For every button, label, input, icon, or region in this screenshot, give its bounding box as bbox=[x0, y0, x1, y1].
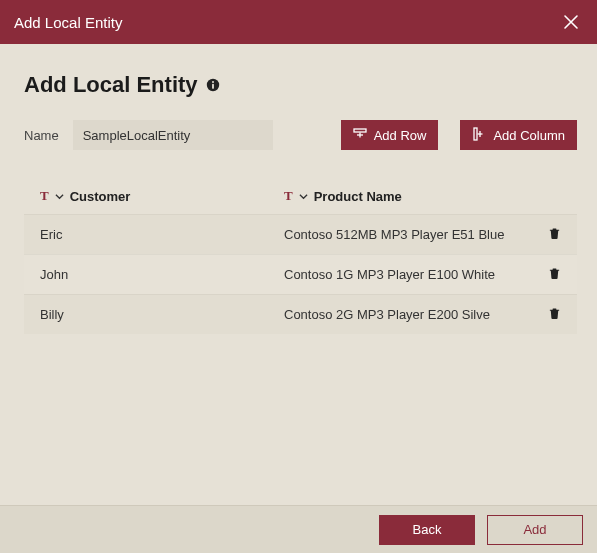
table-row[interactable]: EricContoso 512MB MP3 Player E51 Blue bbox=[24, 214, 577, 254]
svg-rect-6 bbox=[474, 128, 477, 140]
svg-rect-3 bbox=[354, 129, 366, 132]
cell-customer-text: Eric bbox=[40, 227, 62, 242]
cell-product-text: Contoso 2G MP3 Player E200 Silve bbox=[284, 307, 490, 322]
dialog-body: Add Local Entity Name Add Row bbox=[0, 44, 597, 505]
add-row-button[interactable]: Add Row bbox=[341, 120, 439, 150]
delete-row-icon[interactable] bbox=[548, 267, 561, 283]
chevron-down-icon bbox=[55, 192, 64, 201]
add-button-label: Add bbox=[523, 522, 546, 537]
table-row[interactable]: BillyContoso 2G MP3 Player E200 Silve bbox=[24, 294, 577, 334]
cell-customer[interactable]: John bbox=[40, 267, 284, 282]
text-type-icon: T bbox=[284, 188, 293, 204]
column-header-product-label: Product Name bbox=[314, 189, 402, 204]
chevron-down-icon bbox=[299, 192, 308, 201]
cell-customer[interactable]: Eric bbox=[40, 227, 284, 242]
column-header-product[interactable]: T Product Name bbox=[284, 188, 539, 204]
table-body: EricContoso 512MB MP3 Player E51 BlueJoh… bbox=[24, 214, 577, 334]
svg-rect-2 bbox=[212, 84, 214, 89]
cell-product-text: Contoso 512MB MP3 Player E51 Blue bbox=[284, 227, 504, 242]
back-button[interactable]: Back bbox=[379, 515, 475, 545]
add-button[interactable]: Add bbox=[487, 515, 583, 545]
add-column-icon bbox=[472, 127, 486, 144]
cell-product[interactable]: Contoso 512MB MP3 Player E51 Blue bbox=[284, 227, 539, 242]
add-column-button[interactable]: Add Column bbox=[460, 120, 577, 150]
info-icon[interactable] bbox=[206, 78, 220, 92]
svg-point-1 bbox=[212, 81, 214, 83]
cell-customer[interactable]: Billy bbox=[40, 307, 284, 322]
cell-product-text: Contoso 1G MP3 Player E100 White bbox=[284, 267, 495, 282]
name-label: Name bbox=[24, 128, 59, 143]
close-icon[interactable] bbox=[559, 10, 583, 34]
titlebar-title: Add Local Entity bbox=[14, 14, 122, 31]
column-header-customer-label: Customer bbox=[70, 189, 131, 204]
cell-product[interactable]: Contoso 1G MP3 Player E100 White bbox=[284, 267, 539, 282]
cell-customer-text: Billy bbox=[40, 307, 64, 322]
cell-product[interactable]: Contoso 2G MP3 Player E200 Silve bbox=[284, 307, 539, 322]
delete-row-icon[interactable] bbox=[548, 307, 561, 323]
name-row: Name Add Row bbox=[24, 120, 577, 150]
delete-row-icon[interactable] bbox=[548, 227, 561, 243]
back-button-label: Back bbox=[413, 522, 442, 537]
cell-customer-text: John bbox=[40, 267, 68, 282]
name-input[interactable] bbox=[73, 120, 273, 150]
page-title: Add Local Entity bbox=[24, 72, 198, 98]
dialog-footer: Back Add bbox=[0, 505, 597, 553]
add-column-label: Add Column bbox=[493, 128, 565, 143]
table-header: T Customer T Product Name bbox=[24, 178, 577, 214]
titlebar: Add Local Entity bbox=[0, 0, 597, 44]
heading-row: Add Local Entity bbox=[24, 72, 577, 98]
dialog-window: Add Local Entity Add Local Entity Name bbox=[0, 0, 597, 553]
text-type-icon: T bbox=[40, 188, 49, 204]
column-header-customer[interactable]: T Customer bbox=[40, 188, 284, 204]
table-row[interactable]: JohnContoso 1G MP3 Player E100 White bbox=[24, 254, 577, 294]
table: T Customer T Product Name EricContoso 51… bbox=[24, 178, 577, 495]
add-row-label: Add Row bbox=[374, 128, 427, 143]
add-row-icon bbox=[353, 127, 367, 144]
